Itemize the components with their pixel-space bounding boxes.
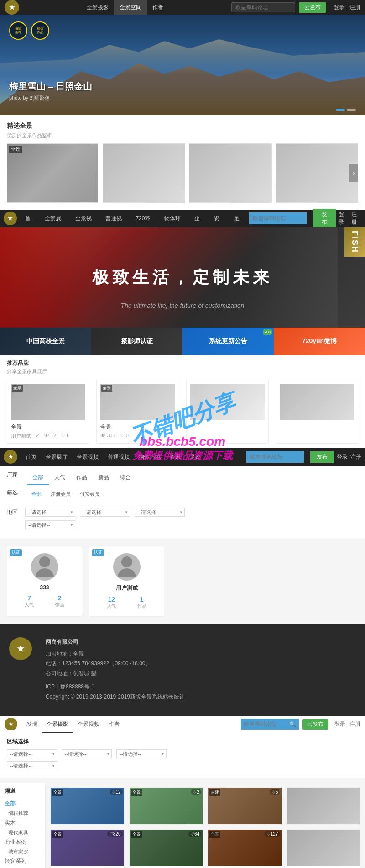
logo5: ★ [5, 718, 17, 730]
login2-link[interactable]: 登录 [339, 211, 349, 226]
feat-btn-update[interactable]: 系统更新公告 4.0 [182, 328, 274, 355]
cat-item-all[interactable]: 全部 [5, 799, 41, 809]
nav3-home[interactable]: 首页 [21, 448, 41, 466]
gallery-item-2[interactable]: 全景 ♡2 [129, 787, 203, 825]
logo3: ★ [4, 450, 17, 464]
filter-subtab-all[interactable]: 全部 [27, 489, 46, 499]
gallery-item-6[interactable]: 全景 ♡64 龙煌家具新中式白蜡木... [129, 829, 203, 868]
featured-thumb-2[interactable] [189, 143, 271, 203]
nav3-news[interactable]: 资讯 [165, 448, 185, 466]
nav2-enterprise[interactable]: 企业 [190, 210, 209, 227]
publish2-button[interactable]: 发布 [313, 209, 336, 228]
publish5-button[interactable]: 云发布 [302, 719, 328, 730]
filter-tab-new[interactable]: 新品 [93, 471, 115, 485]
publish3-button[interactable]: 发布 [310, 451, 334, 463]
gallery-item-8[interactable] [287, 829, 361, 868]
cat-sub-city[interactable]: 城市家乡 [5, 847, 41, 856]
filter-select-1[interactable]: --请选择-- [25, 508, 75, 517]
gallery-item-1[interactable]: 全景 ♡12 [50, 787, 125, 825]
nav3-video[interactable]: 全景视频 [72, 448, 103, 466]
nav2-home[interactable]: 首页 [21, 210, 40, 227]
filter-select-3[interactable]: --请选择-- [135, 508, 185, 517]
register2-link[interactable]: 注册 [351, 211, 361, 226]
brand-card-3[interactable] [186, 380, 269, 444]
nav5-video[interactable]: 全景视频 [73, 715, 104, 733]
author-stat-popularity-2: 12 人气 [107, 596, 116, 609]
area-select-4[interactable]: --请选择-- [7, 761, 57, 770]
nav3-normal-video[interactable]: 普通视频 [103, 448, 134, 466]
search3-input[interactable] [250, 454, 300, 460]
nav1-item-photography[interactable]: 全景摄影 [81, 0, 114, 15]
cat-sub-editor[interactable]: 编辑推荐 [5, 809, 41, 818]
filter-select-4[interactable]: --请选择-- [25, 520, 75, 529]
cat-sub-model[interactable]: 样板房 [5, 867, 41, 868]
gallery-desc-7: 鸿盛家居门店VR全景... [208, 866, 282, 868]
filter-tab-comprehensive[interactable]: 综合 [115, 471, 136, 485]
filter-tab-works[interactable]: 作品 [71, 471, 93, 485]
login1-link[interactable]: 登录 [334, 4, 344, 11]
filter-subtab-registered[interactable]: 注册会员 [46, 489, 75, 499]
nav3-object[interactable]: 物体环境 [134, 448, 165, 466]
feat-btn-weibo[interactable]: 720yun微博 [274, 328, 365, 355]
hero-snow-decor [0, 37, 365, 74]
search1-input[interactable] [231, 2, 295, 12]
cat-item-commercial[interactable]: 商业案例 [5, 837, 41, 847]
brand-card-1-stats: 用户测试 ✓ 👁 12 ♡ 0 [11, 433, 85, 439]
brand-card-1-checkmark: ✓ [36, 433, 40, 439]
nav5-photography[interactable]: 全景摄影 [42, 715, 73, 733]
badge-award1: 摄影 推荐 [9, 21, 27, 40]
author-card-2[interactable]: 认证 用户测试 12 人气 1 作品 [89, 546, 164, 617]
hero-dot-2[interactable] [347, 109, 356, 111]
area-select-2[interactable]: --请选择-- [62, 749, 112, 758]
search5-input[interactable] [244, 721, 289, 727]
brand-card-4[interactable] [276, 380, 358, 444]
register5-link[interactable]: 注册 [349, 721, 360, 727]
nav2-720env[interactable]: 720环物 [131, 210, 159, 227]
author-name-2: 用户测试 [96, 584, 157, 592]
gallery-item-3[interactable]: 古建 ♡5 [208, 787, 282, 825]
register1-link[interactable]: 注册 [349, 4, 360, 11]
hero-dot-1[interactable] [336, 109, 345, 111]
nav2-news[interactable]: 资讯 [209, 210, 229, 227]
author-card-1[interactable]: 认证 333 7 人气 2 作品 [7, 546, 82, 617]
filter-select-2[interactable]: --请选择-- [80, 508, 130, 517]
cat-sub-modern[interactable]: 现代家具 [5, 828, 41, 837]
gallery-item-7[interactable]: 全景 ♡127 鸿盛家居门店VR全景... [208, 829, 282, 868]
nav1-item-space[interactable]: 全景空间 [114, 0, 147, 15]
featured-thumb-1[interactable] [103, 143, 185, 203]
nav2-normal-video[interactable]: 普通视频 [101, 210, 131, 227]
search5-icon[interactable]: 🔍 [289, 721, 296, 727]
brand-card-2[interactable]: 全景 全景 👁 333 ♡ 0 [96, 380, 179, 444]
featured-thumb-3[interactable] [276, 143, 358, 203]
nav1-item-author[interactable]: 作者 [147, 0, 169, 15]
cat-item-wood[interactable]: 实木 [5, 818, 41, 828]
nav5-discover[interactable]: 发现 [22, 715, 42, 733]
feat-btn-photographer[interactable]: 摄影师认证 [91, 328, 182, 355]
author-works-label-2: 作品 [137, 603, 146, 609]
nav2-video[interactable]: 全景视频 [71, 210, 101, 227]
cat-item-light[interactable]: 轻客系列 [5, 856, 41, 867]
login5-link[interactable]: 登录 [334, 721, 345, 727]
brand-card-1[interactable]: 全景 全景 用户测试 ✓ 👁 12 ♡ 0 [7, 380, 89, 444]
login3-link[interactable]: 登录 [337, 453, 348, 461]
fish-label: FISH [344, 227, 365, 257]
area-select-1[interactable]: --请选择-- [7, 749, 57, 758]
filter-tab-all[interactable]: 全部 [27, 471, 49, 485]
nav3-gallery[interactable]: 全景展厅 [41, 448, 72, 466]
featured-main-item[interactable]: 全景 [7, 143, 98, 203]
publish1-button[interactable]: 云发布 [299, 2, 326, 13]
nav5-author[interactable]: 作者 [104, 715, 124, 733]
featured-arrow[interactable]: › [349, 164, 358, 182]
feat-btn-university[interactable]: 中国高校全景 [0, 328, 91, 355]
filter-tab-popular[interactable]: 人气 [49, 471, 71, 485]
nav2-footprint[interactable]: 足迹 [229, 210, 249, 227]
area-select-3[interactable]: --请选择-- [116, 749, 167, 758]
gallery-item-4[interactable] [287, 787, 361, 825]
register3-link[interactable]: 注册 [350, 453, 361, 461]
gallery-item-5[interactable]: 全景 ♡820 蕾非家具VR线上体验馆 [50, 829, 125, 868]
nav2-gallery[interactable]: 全景展厅 [40, 210, 70, 227]
search2-input[interactable] [253, 215, 303, 222]
filter-subtab-paid[interactable]: 付费会员 [75, 489, 104, 499]
nav3-footprint[interactable]: 足迹 [185, 448, 205, 466]
nav2-object[interactable]: 物体环视 [160, 210, 190, 227]
